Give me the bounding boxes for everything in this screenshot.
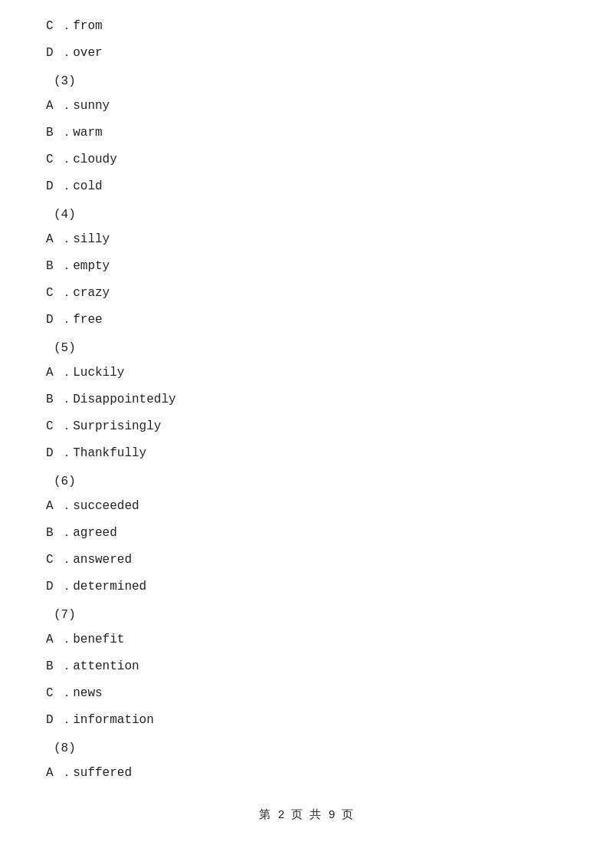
question-number: (7)	[46, 604, 567, 626]
option-item: A ．benefit	[46, 629, 567, 651]
option-item: B ．empty	[46, 255, 567, 278]
option-item: D ．determined	[46, 576, 567, 598]
option-item: B ．warm	[46, 122, 567, 144]
option-item: D ．cold	[46, 176, 567, 198]
option-item: C ．Surprisingly	[46, 416, 567, 438]
question-number: (4)	[46, 204, 567, 226]
option-item: C ．cloudy	[46, 149, 567, 171]
question-number: (6)	[46, 471, 567, 493]
question-number: (5)	[46, 337, 567, 360]
question-number: (3)	[46, 71, 567, 93]
question-number: (8)	[46, 738, 567, 760]
option-item: A ．sunny	[46, 95, 567, 117]
option-item: D ．over	[46, 42, 567, 64]
option-item: A ．suffered	[46, 762, 567, 784]
option-item: C ．news	[46, 682, 567, 705]
option-item: D ．Thankfully	[46, 442, 567, 465]
option-item: A ．Luckily	[46, 362, 567, 384]
page-footer: 第 2 页 共 9 页	[46, 807, 567, 822]
option-item: B ．agreed	[46, 522, 567, 544]
option-item: C ．crazy	[46, 282, 567, 304]
page-content: C ．fromD ．over(3)A ．sunnyB ．warmC ．cloud…	[46, 15, 567, 784]
option-item: C ．from	[46, 15, 567, 38]
option-item: B ．Disappointedly	[46, 389, 567, 411]
option-item: C ．answered	[46, 549, 567, 571]
option-item: A ．silly	[46, 229, 567, 251]
option-item: A ．succeeded	[46, 495, 567, 518]
option-item: B ．attention	[46, 656, 567, 678]
option-item: D ．free	[46, 309, 567, 331]
option-item: D ．information	[46, 709, 567, 732]
